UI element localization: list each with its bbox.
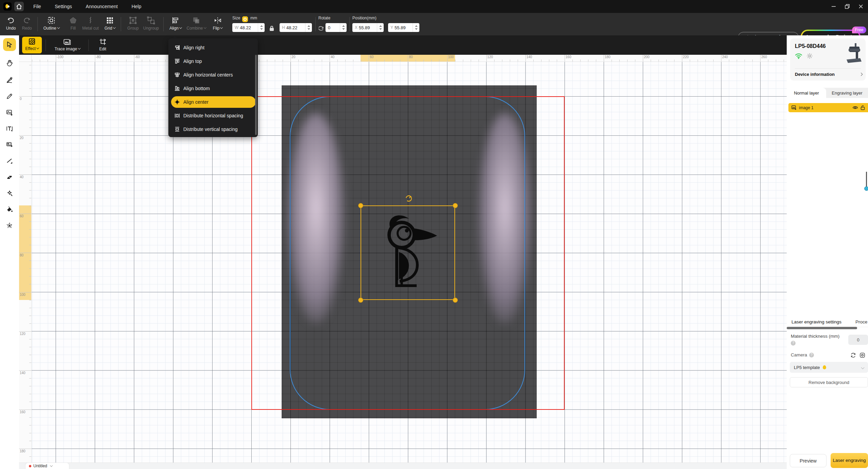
ruler-label: -80 [96, 55, 101, 59]
device-information-link[interactable]: Device information [795, 72, 862, 77]
panel-scrollbar-knob[interactable] [864, 186, 868, 191]
metal-cut-button[interactable]: Metal cut [80, 15, 101, 33]
material-thickness-help-icon[interactable]: ? [791, 341, 796, 346]
menu-item-distribute-horizontal[interactable]: Distribute horizontal spacing [171, 110, 256, 121]
fill-bucket-tool[interactable] [3, 203, 16, 216]
tab-laser-engraving-settings[interactable]: Laser engraving settings [791, 319, 841, 324]
menu-settings[interactable]: Settings [49, 0, 78, 13]
hand-icon [6, 60, 13, 66]
device-card[interactable]: LP5-08D446 Device information [790, 38, 866, 81]
align-button[interactable]: Align [166, 15, 185, 33]
hand-tool[interactable] [3, 56, 16, 69]
layer-visibility-icon[interactable] [852, 105, 858, 110]
design-canvas[interactable]: − 576% + [32, 62, 787, 463]
effect-button[interactable]: Effect [22, 37, 42, 53]
creative-tool[interactable] [3, 219, 16, 232]
document-tab[interactable]: Untitled [25, 463, 69, 469]
trace-image-button[interactable]: Trace image [50, 37, 84, 51]
grid-button[interactable]: Grid [101, 15, 119, 33]
flip-icon [209, 16, 227, 25]
rotate-handle[interactable] [404, 195, 413, 203]
layer-item-image1[interactable]: image 1 [788, 103, 868, 112]
pen-tool[interactable] [3, 73, 16, 86]
ruler-tick [29, 167, 31, 167]
camera-help-icon[interactable]: ? [809, 353, 814, 357]
ruler-tick [79, 60, 80, 62]
grid-icon [101, 16, 119, 25]
rotate-input[interactable]: 0 [326, 23, 347, 32]
layer-lock-icon[interactable] [861, 105, 865, 110]
menu-item-align-top[interactable]: Align top [171, 55, 256, 67]
menu-item-distribute-vertical[interactable]: Distribute vertical spacing [171, 123, 256, 135]
selection-box[interactable] [361, 205, 455, 300]
camera-template-dropdown[interactable]: LP5 template [790, 362, 868, 373]
preview-button[interactable]: Preview [790, 454, 827, 467]
add-image-tool[interactable] [3, 106, 16, 119]
home-button[interactable] [14, 2, 24, 11]
width-input[interactable]: W48.22 [232, 23, 265, 32]
camera-refresh-icon[interactable] [850, 352, 856, 358]
combine-button[interactable]: Combine [184, 15, 208, 33]
ruler-corner [19, 55, 32, 62]
menu-item-align-center[interactable]: Align center [171, 96, 256, 108]
redo-button[interactable]: Redo [17, 15, 37, 33]
ruler-tick [19, 135, 31, 136]
size-unit-toggle[interactable] [242, 16, 248, 22]
menu-file[interactable]: File [27, 0, 47, 13]
position-y-input[interactable]: Y55.89 [388, 23, 419, 32]
flip-button[interactable]: Flip [209, 15, 227, 33]
eraser-tool[interactable] [3, 171, 16, 184]
laser-engraving-button[interactable]: Laser engraving [831, 453, 868, 468]
position-x-stepper[interactable] [377, 23, 384, 32]
menu-item-align-bottom[interactable]: Align bottom [171, 83, 256, 94]
line-shape-tool[interactable] [3, 154, 16, 167]
outline-button[interactable]: Outline [40, 15, 63, 33]
device-image [845, 43, 862, 64]
width-stepper[interactable] [258, 23, 265, 32]
selection-handle-ne[interactable] [453, 203, 458, 208]
settings-tabs-scrollbar[interactable] [787, 327, 857, 329]
lock-ratio-icon[interactable] [269, 25, 275, 33]
select-tool[interactable] [3, 38, 16, 51]
text-tool[interactable] [3, 122, 16, 135]
menu-item-align-right[interactable]: Align right [171, 42, 256, 53]
selection-handle-nw[interactable] [358, 203, 363, 208]
position-y-stepper[interactable] [413, 23, 419, 32]
menu-item-align-horizontal-centers[interactable]: Align horizontal centers [171, 69, 256, 81]
tab-process-settings[interactable]: Proce [855, 319, 868, 324]
ruler-tick [541, 60, 541, 62]
remove-background-button[interactable]: Remove background [790, 377, 868, 387]
ruler-label: -100 [57, 55, 64, 59]
chevron-right-icon [859, 73, 863, 76]
height-input[interactable]: H48.22 [280, 23, 312, 32]
size-unit-label: mm [250, 16, 257, 20]
layer-tabs: Normal layer Engraving layer [787, 88, 868, 98]
selection-handle-se[interactable] [453, 298, 458, 303]
app-window: File Settings Announcement Help Undo Red… [0, 0, 868, 469]
maximize-button[interactable] [845, 4, 850, 9]
menu-help[interactable]: Help [126, 0, 148, 13]
position-x-input[interactable]: X55.89 [352, 23, 384, 32]
camera-calibrate-icon[interactable] [859, 352, 865, 358]
height-stepper[interactable] [305, 23, 312, 32]
device-settings-gear-icon[interactable] [806, 53, 813, 59]
material-thickness-input[interactable]: 0 [848, 335, 868, 345]
name-card-tool[interactable] [3, 138, 16, 151]
align-dropdown-menu: Align right Align top Align horizontal c… [168, 38, 258, 137]
fill-bucket-icon [6, 206, 13, 213]
ruler-tick [275, 60, 275, 62]
ruler-tick [330, 55, 330, 62]
edit-button[interactable]: Edit [93, 37, 112, 51]
pencil-tool[interactable] [3, 90, 16, 103]
tab-normal-layer[interactable]: Normal layer [787, 88, 826, 98]
ungroup-button[interactable]: Ungroup [140, 15, 162, 33]
metal-cut-icon [80, 16, 101, 25]
close-button[interactable] [858, 4, 863, 9]
magic-wand-tool[interactable] [3, 187, 16, 200]
menu-announcement[interactable]: Announcement [80, 0, 124, 13]
rotate-stepper[interactable] [340, 23, 347, 32]
selection-handle-sw[interactable] [358, 298, 363, 303]
tab-engraving-layer[interactable]: Engraving layer [826, 88, 868, 98]
minimize-button[interactable] [831, 4, 836, 9]
menu-scrollbar[interactable] [255, 55, 257, 135]
